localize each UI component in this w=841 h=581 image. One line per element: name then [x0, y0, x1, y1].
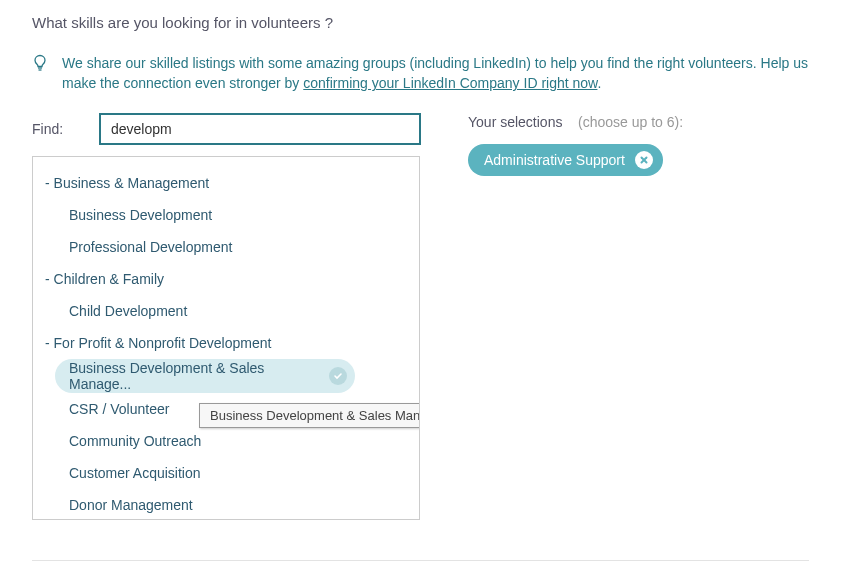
tooltip: Business Development & Sales Management	[199, 403, 420, 428]
info-banner: We share our skilled listings with some …	[32, 53, 809, 94]
lightbulb-icon	[32, 54, 48, 72]
selections-hint: (choose up to 6):	[578, 114, 683, 130]
selection-chip: Administrative Support	[468, 144, 663, 176]
info-text-post: .	[597, 75, 601, 91]
find-input[interactable]	[100, 114, 420, 144]
category-for-profit-nonprofit[interactable]: - For Profit & Nonprofit Development	[41, 327, 411, 359]
divider	[32, 560, 809, 561]
close-icon	[639, 155, 649, 165]
selections-label-text: Your selections	[468, 114, 562, 130]
page-question: What skills are you looking for in volun…	[32, 14, 809, 31]
remove-selection-button[interactable]	[635, 151, 653, 169]
list-item[interactable]: Business Development	[41, 199, 411, 231]
category-children-family[interactable]: - Children & Family	[41, 263, 411, 295]
check-icon	[329, 367, 347, 385]
list-item-label: Business Development & Sales Manage...	[69, 360, 329, 392]
list-item[interactable]: Community Outreach	[41, 425, 411, 457]
find-label: Find:	[32, 121, 80, 137]
selection-chip-label: Administrative Support	[484, 152, 625, 168]
list-item[interactable]: Professional Development	[41, 231, 411, 263]
list-item[interactable]: Donor Management	[41, 489, 411, 520]
category-business-management[interactable]: - Business & Management	[41, 167, 411, 199]
linkedin-confirm-link[interactable]: confirming your LinkedIn Company ID righ…	[303, 75, 597, 91]
list-item[interactable]: CSR / Volunteer Coordination	[41, 393, 171, 425]
list-item[interactable]: Customer Acquisition	[41, 457, 411, 489]
list-item[interactable]: Child Development	[41, 295, 411, 327]
skills-listbox[interactable]: - Business & Management Business Develop…	[32, 156, 420, 520]
selections-heading: Your selections (choose up to 6):	[468, 114, 809, 130]
list-item-hovered[interactable]: Business Development & Sales Manage...	[55, 359, 355, 393]
info-text: We share our skilled listings with some …	[62, 53, 809, 94]
